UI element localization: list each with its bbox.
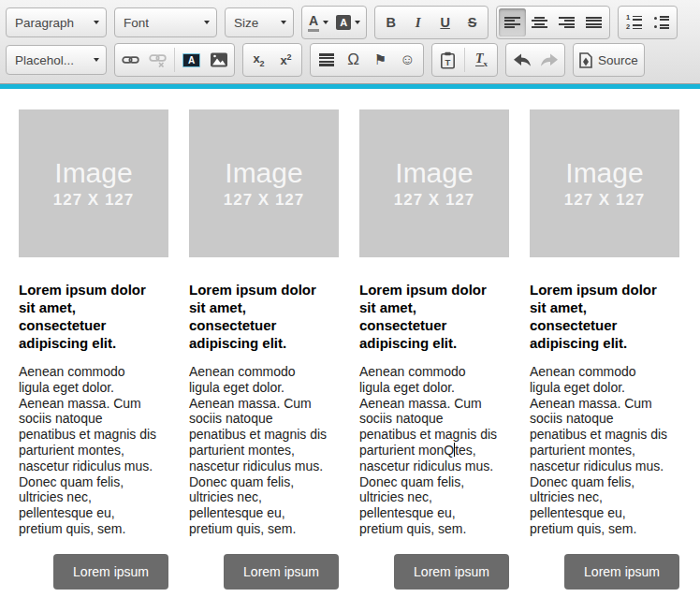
chevron-down-icon (94, 58, 99, 62)
image-placeholder-size: 127 X 127 (394, 191, 475, 210)
image-placeholder-label: Image (54, 158, 132, 188)
card-button[interactable]: Lorem ipsum (394, 554, 509, 590)
background-color-icon: A (336, 15, 351, 30)
source-button[interactable]: Source (576, 46, 642, 74)
card-button[interactable]: Lorem ipsum (53, 554, 168, 590)
redo-icon (540, 53, 559, 67)
numbered-list-icon: 1 2 (626, 15, 643, 30)
insert-placeholder-button[interactable]: A (178, 46, 205, 74)
svg-text:T: T (445, 56, 451, 66)
smiley-button[interactable]: ☺ (394, 46, 421, 74)
align-left-button[interactable] (499, 8, 526, 36)
align-center-button[interactable] (526, 8, 553, 36)
special-character-button[interactable]: Ω (340, 46, 367, 74)
basic-styles-group: B I U S (374, 6, 489, 39)
link-media-group: A (114, 43, 235, 77)
underline-icon: U (440, 15, 449, 30)
editor-content-area[interactable]: Image 127 X 127 Lorem ipsum dolor sit am… (0, 89, 700, 590)
link-button[interactable] (117, 46, 144, 74)
image-icon (211, 52, 227, 67)
card-body-before-caret: Aenean commodo ligula eget dolor. Aenean… (359, 364, 497, 458)
subscript-button[interactable]: x2 (245, 46, 272, 74)
source-button-label: Source (598, 53, 638, 67)
color-button-group: A A (301, 6, 367, 39)
toolbar-row-2: Placehol... A (6, 41, 694, 79)
image-placeholder[interactable]: Image 127 X 127 (530, 109, 679, 257)
list-number: 1 (626, 15, 631, 21)
paste-as-text-button[interactable]: T (434, 46, 461, 74)
card-button[interactable]: Lorem ipsum (224, 554, 339, 590)
image-placeholder[interactable]: Image 127 X 127 (189, 109, 339, 257)
image-placeholder[interactable]: Image 127 X 127 (359, 109, 509, 257)
image-placeholder-label: Image (565, 158, 643, 188)
chevron-down-icon (94, 21, 99, 24)
text-color-button[interactable]: A (304, 8, 332, 36)
sub-sup-group: x2 x2 (242, 43, 302, 77)
paragraph-format-combo[interactable]: Paragraph (6, 7, 107, 37)
card-1: Image 127 X 127 Lorem ipsum dolor sit am… (19, 109, 168, 590)
strikethrough-button[interactable]: S (459, 8, 486, 36)
align-center-icon (532, 17, 547, 29)
placeholder-combo[interactable]: Placehol... (6, 45, 107, 75)
list-group: 1 2 (618, 6, 678, 39)
smiley-icon: ☺ (400, 51, 415, 68)
list-number: 2 (626, 24, 631, 30)
editor-toolbar: Paragraph Font Size A A B I U S (0, 0, 700, 84)
card-body: Aenean commodo ligula eget dolor. Aenean… (359, 364, 509, 537)
bold-icon: B (386, 15, 395, 30)
image-placeholder[interactable]: Image 127 X 127 (19, 109, 168, 257)
subscript-icon: x2 (253, 51, 264, 68)
italic-button[interactable]: I (404, 8, 431, 36)
align-justify-icon (586, 17, 602, 29)
image-placeholder-size: 127 X 127 (224, 191, 305, 210)
unlink-icon (149, 51, 167, 68)
paragraph-format-label: Paragraph (15, 16, 87, 30)
bullet-list-button[interactable] (648, 8, 675, 36)
image-placeholder-label: Image (395, 158, 473, 188)
insert-group: Ω ⚑ ☺ (310, 43, 424, 77)
size-combo-label: Size (234, 16, 274, 30)
size-combo[interactable]: Size (225, 7, 294, 37)
alignment-group (496, 6, 610, 39)
toolbar-row-1: Paragraph Font Size A A B I U S (6, 4, 694, 41)
chevron-down-icon (355, 21, 360, 24)
flag-icon: ⚑ (374, 51, 386, 68)
font-combo[interactable]: Font (114, 7, 217, 37)
insert-image-button[interactable] (205, 46, 232, 74)
unlink-button[interactable] (144, 46, 171, 74)
align-right-icon (559, 17, 575, 29)
card-2: Image 127 X 127 Lorem ipsum dolor sit am… (189, 109, 339, 590)
background-color-button[interactable]: A (332, 8, 364, 36)
underline-button[interactable]: U (431, 8, 459, 36)
card-body: Aenean commodo ligula eget dolor. Aenean… (530, 364, 679, 537)
align-justify-button[interactable] (580, 8, 607, 36)
text-color-icon: A (308, 14, 319, 32)
image-placeholder-size: 127 X 127 (53, 191, 135, 210)
omega-icon: Ω (347, 51, 359, 69)
paste-text-icon: T (440, 51, 456, 69)
numbered-list-button[interactable]: 1 2 (620, 8, 648, 36)
bullet-list-icon (654, 16, 669, 29)
image-placeholder-size: 127 X 127 (564, 191, 646, 210)
chevron-down-icon (323, 21, 328, 24)
redo-button[interactable] (535, 46, 562, 74)
superscript-button[interactable]: x2 (272, 46, 299, 74)
undo-redo-group (505, 43, 565, 77)
bold-button[interactable]: B (377, 8, 404, 36)
toolbar-separator (174, 48, 175, 72)
card-button[interactable]: Lorem ipsum (564, 554, 679, 590)
source-group: Source (573, 43, 645, 77)
anchor-button[interactable]: ⚑ (367, 46, 394, 74)
remove-format-button[interactable]: Tx (468, 46, 495, 74)
strikethrough-icon: S (468, 15, 477, 30)
card-heading: Lorem ipsum dolor sit amet, consectetuer… (530, 281, 679, 352)
horizontal-rule-button[interactable] (313, 46, 340, 74)
paste-format-group: T Tx (431, 43, 498, 77)
italic-icon: I (416, 15, 421, 31)
align-right-button[interactable] (553, 8, 580, 36)
undo-icon (513, 53, 532, 67)
card-heading: Lorem ipsum dolor sit amet, consectetuer… (189, 281, 339, 352)
card-grid: Image 127 X 127 Lorem ipsum dolor sit am… (19, 109, 679, 590)
chevron-down-icon (204, 21, 210, 24)
undo-button[interactable] (508, 46, 535, 74)
